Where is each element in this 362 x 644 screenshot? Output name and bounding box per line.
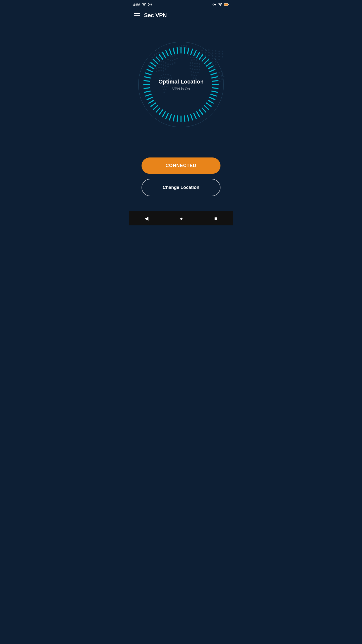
- svg-line-223: [188, 115, 189, 121]
- svg-line-228: [169, 114, 171, 120]
- svg-line-197: [188, 48, 189, 54]
- status-time: 4:56: [133, 3, 140, 7]
- svg-point-100: [222, 53, 223, 54]
- app-header: Sec VPN: [129, 9, 233, 22]
- svg-line-247: [153, 60, 158, 63]
- svg-point-107: [222, 56, 223, 57]
- svg-line-217: [204, 106, 209, 109]
- home-button[interactable]: ●: [180, 216, 183, 221]
- connected-button[interactable]: CONNECTED: [142, 157, 220, 174]
- recent-button[interactable]: ■: [214, 216, 217, 221]
- svg-line-204: [206, 63, 211, 66]
- svg-line-213: [211, 94, 216, 96]
- svg-line-249: [159, 54, 163, 59]
- svg-line-220: [197, 112, 200, 117]
- svg-line-251: [166, 51, 168, 56]
- svg-line-206: [210, 69, 215, 72]
- svg-line-196: [184, 48, 185, 53]
- buttons-container: CONNECTED Change Location: [134, 157, 228, 196]
- svg-line-222: [191, 114, 193, 120]
- notification-icon: P: [148, 3, 152, 7]
- svg-line-208: [212, 77, 217, 78]
- vpn-location-text: Optimal Location: [158, 78, 204, 85]
- svg-line-216: [206, 103, 211, 106]
- svg-line-239: [144, 88, 150, 88]
- svg-line-246: [151, 63, 156, 66]
- vpn-status-text: VPN is On: [158, 87, 204, 91]
- back-button[interactable]: ◀: [145, 215, 148, 221]
- svg-line-236: [147, 97, 152, 100]
- vpn-circle-container[interactable]: Optimal Location VPN is On: [142, 46, 220, 124]
- svg-rect-2: [224, 4, 228, 6]
- svg-line-224: [184, 116, 185, 122]
- bottom-nav: ◀ ● ■: [129, 211, 233, 225]
- svg-line-202: [202, 57, 206, 61]
- svg-line-252: [169, 49, 171, 55]
- svg-line-253: [173, 48, 174, 54]
- svg-line-243: [146, 73, 151, 75]
- svg-line-218: [202, 108, 206, 112]
- app-title: Sec VPN: [144, 12, 167, 19]
- svg-line-209: [212, 81, 218, 81]
- status-left: 4:56 P: [133, 3, 152, 7]
- svg-line-254: [177, 48, 178, 53]
- svg-line-230: [162, 112, 165, 117]
- svg-line-234: [151, 103, 156, 106]
- svg-line-237: [146, 94, 151, 96]
- svg-line-244: [147, 69, 152, 72]
- menu-line-3: [134, 17, 140, 17]
- signal-icon: [218, 3, 222, 6]
- svg-line-211: [212, 88, 218, 88]
- svg-point-93: [222, 51, 223, 52]
- svg-line-201: [199, 54, 203, 59]
- svg-line-199: [194, 51, 196, 56]
- main-content: Optimal Location VPN is On CONNECTED Cha…: [129, 22, 233, 196]
- svg-line-198: [191, 49, 193, 55]
- svg-line-242: [145, 77, 150, 78]
- svg-line-231: [159, 110, 163, 115]
- svg-line-226: [177, 116, 178, 122]
- svg-text:P: P: [149, 3, 151, 6]
- svg-line-212: [212, 91, 217, 92]
- svg-line-245: [149, 66, 154, 69]
- svg-line-205: [208, 66, 213, 69]
- svg-line-250: [162, 52, 165, 57]
- menu-line-2: [134, 15, 140, 16]
- svg-line-221: [194, 113, 196, 118]
- key-icon: [212, 3, 216, 6]
- svg-line-200: [197, 52, 200, 57]
- vpn-center: Optimal Location VPN is On: [158, 78, 204, 91]
- svg-line-248: [156, 57, 160, 61]
- menu-line-1: [134, 13, 140, 14]
- svg-line-235: [149, 100, 154, 103]
- status-right: [212, 3, 229, 6]
- wifi-icon: [142, 3, 146, 6]
- svg-line-238: [145, 91, 150, 92]
- status-bar: 4:56 P: [129, 0, 233, 9]
- svg-line-241: [144, 81, 150, 81]
- change-location-button[interactable]: Change Location: [142, 179, 220, 196]
- svg-line-207: [211, 73, 216, 75]
- svg-line-215: [208, 100, 213, 103]
- svg-line-229: [166, 113, 168, 118]
- battery-icon: [224, 3, 229, 6]
- svg-line-227: [173, 115, 174, 121]
- svg-line-219: [199, 110, 203, 115]
- svg-line-203: [204, 60, 209, 63]
- hamburger-menu[interactable]: [134, 13, 140, 17]
- map-container: Optimal Location VPN is On: [134, 22, 228, 147]
- svg-point-185: [223, 76, 224, 77]
- svg-line-233: [153, 106, 158, 109]
- svg-rect-3: [228, 4, 229, 5]
- svg-line-232: [156, 108, 160, 112]
- svg-line-214: [210, 97, 215, 100]
